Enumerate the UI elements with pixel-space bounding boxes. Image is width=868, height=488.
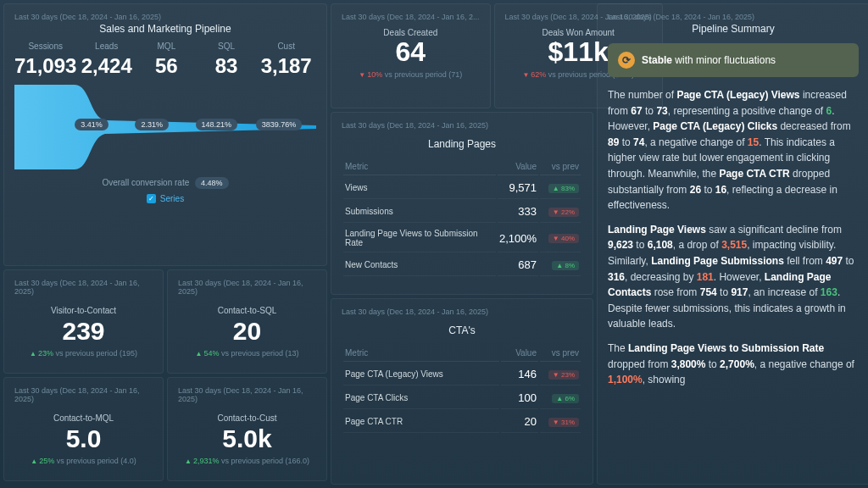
conv-pill: 3.41%: [75, 119, 108, 130]
table-row: Page CTA CTR20▼ 31%: [343, 411, 581, 433]
table-row: Page CTA (Legacy) Views146▼ 23%: [343, 363, 581, 385]
date-range: Last 30 days (Dec 18, 2024 - Jan 16, 202…: [14, 13, 316, 21]
funnel-title: Sales and Marketing Pipeline: [14, 23, 316, 35]
checkbox-icon: ✓: [147, 194, 156, 203]
metric-visitor-to-contact: Last 30 days (Dec 18, 2024 - Jan 16, 202…: [3, 269, 164, 374]
summary-body: The number of Page CTA (Legacy) Views in…: [608, 87, 859, 396]
pipeline-summary-card: Last 30 days (Dec 18, 2024 - Jan 16, 202…: [597, 3, 868, 485]
deals-created-card: Last 30 days (Dec 18, 2024 - Jan 16, 2..…: [331, 3, 491, 108]
conv-pill: 2.31%: [135, 119, 169, 130]
series-toggle[interactable]: ✓ Series: [14, 194, 316, 203]
metric-contact-to-cust: Last 30 days (Dec 18, 2024 - Jan 16, 202…: [167, 377, 327, 481]
landing-pages-card: Last 30 days (Dec 18, 2024 - Jan 16, 202…: [331, 112, 593, 295]
funnel-stage-headers: Sessions71,093 Leads2,424 MQL56 SQL83 Cu…: [14, 42, 316, 78]
funnel-card: Last 30 days (Dec 18, 2024 - Jan 16, 202…: [3, 3, 327, 266]
ctas-card: Last 30 days (Dec 18, 2024 - Jan 16, 202…: [331, 298, 593, 485]
overall-conversion: Overall conversion rate 4.48%: [14, 178, 316, 187]
metric-contact-to-sql: Last 30 days (Dec 18, 2024 - Jan 16, 202…: [167, 269, 327, 374]
table-row: New Contacts687▲ 8%: [343, 254, 581, 276]
metric-contact-to-mql: Last 30 days (Dec 18, 2024 - Jan 16, 202…: [3, 377, 164, 481]
table-row: Landing Page Views to Submission Rate2,1…: [343, 225, 581, 252]
table-row: Views9,571▲ 83%: [343, 177, 581, 199]
cta-table: Metric Value vs prev Page CTA (Legacy) V…: [342, 343, 582, 435]
status-icon: ⟳: [618, 52, 635, 69]
landing-table: Metric Value vs prev Views9,571▲ 83%Subm…: [342, 157, 582, 278]
table-row: Page CTA Clicks100▲ 6%: [343, 387, 581, 409]
status-badge: ⟳ Stable with minor fluctuations: [608, 43, 859, 77]
table-row: Submissions333▼ 22%: [343, 201, 581, 223]
conv-pill: 148.21%: [196, 119, 238, 130]
funnel-chart: 3.41% 2.31% 148.21% 3839.76%: [14, 85, 316, 169]
conv-pill: 3839.76%: [256, 119, 303, 130]
